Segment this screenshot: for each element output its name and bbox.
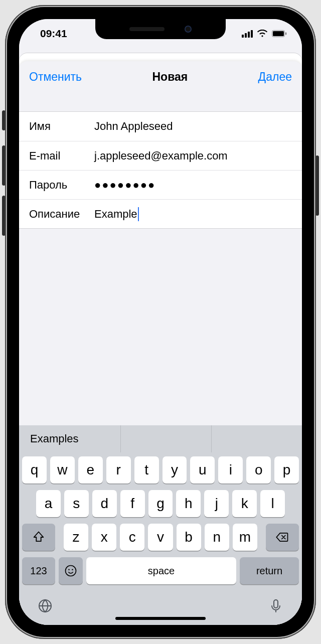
key-o[interactable]: o — [246, 456, 271, 484]
key-u[interactable]: u — [190, 456, 215, 484]
key-m[interactable]: m — [233, 524, 257, 551]
password-label: Пароль — [29, 179, 94, 192]
text-cursor — [138, 207, 139, 221]
power-button — [315, 155, 319, 216]
suggestion-bar: Examples — [19, 425, 302, 452]
key-b[interactable]: b — [177, 524, 201, 551]
key-row-3: z x c v b n m — [22, 524, 299, 551]
key-p[interactable]: p — [274, 456, 299, 484]
key-row-1: q w e r t y u i o p — [22, 456, 299, 484]
description-value: Example — [94, 208, 137, 221]
backspace-key[interactable] — [266, 524, 299, 551]
key-s[interactable]: s — [64, 490, 89, 517]
notch — [95, 19, 226, 39]
numbers-key[interactable]: 123 — [22, 557, 55, 584]
svg-point-3 — [66, 566, 76, 576]
suggestion-1[interactable]: Examples — [19, 425, 121, 452]
key-l[interactable]: l — [260, 490, 285, 517]
key-j[interactable]: j — [204, 490, 229, 517]
shift-key[interactable] — [22, 524, 55, 551]
key-q[interactable]: q — [22, 456, 47, 484]
key-a[interactable]: a — [36, 490, 61, 517]
nav-bar: Отменить Новая Далее — [19, 61, 302, 92]
description-field[interactable]: Example — [94, 207, 292, 221]
svg-rect-1 — [273, 31, 284, 36]
row-password[interactable]: Пароль ●●●●●●●● — [19, 170, 302, 199]
phone-body: 09:41 Отменить Новая Далее — [0, 0, 321, 644]
svg-point-4 — [68, 569, 70, 570]
key-t[interactable]: t — [134, 456, 159, 484]
account-form: Имя John Appleseed E-mail j.appleseed@ex… — [19, 111, 302, 229]
emoji-key[interactable] — [59, 557, 83, 584]
key-w[interactable]: w — [50, 456, 75, 484]
suggestion-2[interactable] — [121, 425, 212, 452]
screen: 09:41 Отменить Новая Далее — [19, 19, 302, 625]
email-label: E-mail — [29, 149, 94, 163]
mic-icon[interactable] — [268, 598, 284, 616]
home-indicator[interactable] — [115, 617, 206, 620]
key-c[interactable]: c — [120, 524, 144, 551]
battery-icon — [272, 30, 287, 37]
globe-icon[interactable] — [37, 598, 53, 616]
name-label: Имя — [29, 120, 94, 133]
key-f[interactable]: f — [120, 490, 145, 517]
row-description[interactable]: Описание Example — [19, 199, 302, 228]
key-i[interactable]: i — [218, 456, 243, 484]
space-key[interactable]: space — [86, 557, 236, 584]
key-d[interactable]: d — [92, 490, 117, 517]
key-v[interactable]: v — [148, 524, 173, 551]
wifi-icon — [257, 30, 268, 38]
cancel-button[interactable]: Отменить — [29, 70, 82, 84]
key-x[interactable]: x — [92, 524, 116, 551]
front-camera — [185, 26, 192, 33]
key-row-2: a s d f g h j k l — [22, 490, 299, 517]
description-label: Описание — [29, 208, 94, 221]
suggestion-3[interactable] — [212, 425, 302, 452]
svg-rect-7 — [274, 600, 278, 608]
svg-point-5 — [72, 569, 73, 570]
status-time: 09:41 — [40, 28, 67, 40]
key-row-4: 123 space return — [22, 557, 299, 584]
password-field[interactable]: ●●●●●●●● — [94, 179, 292, 192]
row-email[interactable]: E-mail j.appleseed@example.com — [19, 141, 302, 170]
key-g[interactable]: g — [148, 490, 173, 517]
return-key[interactable]: return — [240, 557, 299, 584]
key-h[interactable]: h — [176, 490, 201, 517]
key-n[interactable]: n — [205, 524, 229, 551]
speaker — [129, 27, 165, 31]
key-y[interactable]: y — [163, 456, 187, 484]
email-field[interactable]: j.appleseed@example.com — [94, 149, 292, 163]
modal-sheet: Отменить Новая Далее Имя John Appleseed … — [19, 61, 302, 625]
key-z[interactable]: z — [64, 524, 88, 551]
device-frame: 09:41 Отменить Новая Далее — [5, 5, 316, 639]
row-name[interactable]: Имя John Appleseed — [19, 112, 302, 141]
next-button[interactable]: Далее — [258, 70, 292, 84]
keyboard-footer — [19, 594, 302, 625]
key-e[interactable]: e — [78, 456, 103, 484]
key-k[interactable]: k — [232, 490, 257, 517]
name-field[interactable]: John Appleseed — [94, 120, 292, 133]
cellular-icon — [242, 30, 253, 38]
page-title: Новая — [152, 70, 188, 84]
key-r[interactable]: r — [106, 456, 131, 484]
svg-rect-2 — [285, 33, 286, 35]
